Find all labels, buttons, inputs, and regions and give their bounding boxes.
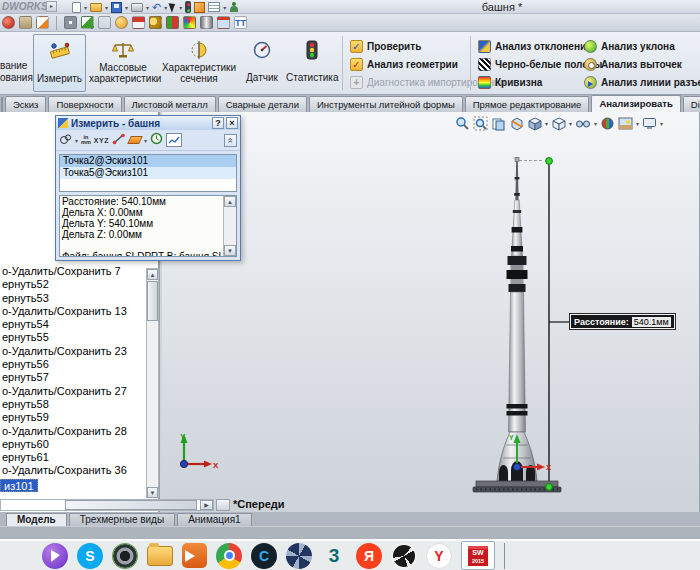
tree-item[interactable]: ернуть56 [0,358,146,371]
graphics-viewport[interactable] [162,112,700,512]
tree-item[interactable]: о-Удалить/Сохранить 13 [0,305,146,318]
vertex-marker[interactable] [515,158,519,162]
scroll-down-icon[interactable]: ▼ [147,487,158,498]
measure-results-box[interactable]: Расстояние: 540.10мм Дельта X: 0.00мм Де… [59,195,237,257]
chevron-down-icon[interactable]: ▾ [179,4,182,11]
curvature-item[interactable]: Кривизна [478,76,542,89]
table-icon[interactable] [217,16,230,29]
parting-line-analysis-item[interactable]: Анализ линии разъема [584,76,700,89]
sensor-button[interactable]: Датчик [240,34,284,92]
new-document-icon[interactable] [72,2,81,13]
statistics-button[interactable]: Статистика [286,34,338,92]
tree-item[interactable]: ернуть52 [0,278,146,291]
tab-sheet-metal[interactable]: Листовой металл [124,96,216,112]
measure-dialog[interactable]: Измерить - башня ? × ▾ inmm XYZ ▾ » Точк… [55,115,241,261]
undo-icon[interactable]: ↶ [152,2,161,13]
yandex-icon[interactable]: Я [356,543,382,569]
zoom-fit-icon[interactable] [455,116,470,131]
zoom-area-icon[interactable] [473,116,488,131]
distance-callout[interactable]: Расстояние: 540.1мм [570,314,675,329]
tree-item[interactable]: ернуть61 [0,451,146,464]
collapse-button[interactable]: » [224,134,237,147]
clipboard-icon[interactable] [19,16,32,29]
section-properties-button[interactable]: Характеристики сечения [160,34,238,92]
scroll-up-icon[interactable]: ▲ [147,269,158,280]
measure-selection-list[interactable]: Точка2@Эскиз101 Точка5@Эскиз101 [59,154,237,192]
molecule-icon[interactable] [98,16,111,29]
tab-weldments[interactable]: Сварные детали [218,96,307,112]
results-scrollbar[interactable]: ▲ ▼ [223,196,236,256]
measure-point-bottom[interactable] [546,484,553,491]
draft-analysis-item[interactable]: Анализ уклона [584,40,675,53]
check-item-geometry-analysis[interactable]: ✓ Анализ геометрии [350,58,458,71]
3dsmax-icon[interactable]: 3 [321,543,347,569]
units-icon[interactable]: inmm [81,135,91,145]
logo-expand-button[interactable]: ▸ [46,1,57,12]
rainbow-cube-icon[interactable] [183,16,196,29]
open-icon[interactable] [90,3,102,12]
tree-item[interactable]: ернуть58 [0,398,146,411]
solidworks-taskbar-icon[interactable]: SW2015 [461,541,495,570]
tree-item[interactable]: ернуть59 [0,411,146,424]
tab-model[interactable]: Модель [6,513,67,526]
chevron-down-icon[interactable]: ▾ [125,4,128,11]
yandex-alice-icon[interactable] [42,543,68,569]
measure-history-icon[interactable] [150,131,163,149]
tab-evaluate[interactable]: Анализировать [591,95,680,112]
close-button[interactable]: × [226,117,238,129]
screw-icon[interactable] [200,16,213,29]
tab-3d-views[interactable]: Трехмерные виды [69,513,175,526]
view-settings-icon[interactable] [642,116,657,131]
pane-splitter-box[interactable] [216,499,230,511]
file-properties-icon[interactable] [194,2,205,13]
checkbox-checked-icon[interactable]: ✓ [350,40,363,53]
clipped-tab[interactable] [1,97,3,112]
measure-point-top[interactable] [546,158,553,165]
tree-item[interactable]: ернуть55 [0,331,146,344]
tab-surfaces[interactable]: Поверхности [48,96,121,112]
tab-sketch[interactable]: Эскиз [5,96,46,112]
red-sphere-icon[interactable] [2,16,15,29]
gear-icon[interactable] [64,16,77,29]
tree-item[interactable]: ернуть54 [0,318,146,331]
callout-value[interactable]: 540.1мм [632,317,671,327]
apply-scene-icon[interactable] [618,116,633,131]
tab-direct-editing[interactable]: Прямое редактирование [465,96,590,112]
tower-model[interactable]: Y X [440,140,570,500]
chevron-down-icon[interactable]: ▾ [636,120,639,127]
print-icon[interactable] [131,3,143,12]
chrome-icon[interactable] [216,543,242,569]
edit-appearance-icon[interactable] [600,116,615,131]
checkbox-checked-icon[interactable]: ✓ [350,58,363,71]
scroll-down-icon[interactable]: ▼ [224,245,236,256]
tree-item[interactable]: о-Удалить/Сохранить 36 [0,464,146,477]
mass-properties-button[interactable]: Массовые характеристики [89,34,157,92]
scrollbar-thumb[interactable] [65,500,197,510]
projection-plane-icon[interactable] [127,136,143,144]
rebuild-traffic-light-icon[interactable] [185,1,191,13]
tab-mold-tools[interactable]: Инструменты литейной формы [309,96,463,112]
ccleaner-icon[interactable]: C [251,543,277,569]
aperture-blue-icon[interactable] [286,543,312,569]
scrollbar-thumb[interactable] [147,281,158,321]
chevron-down-icon[interactable]: ▾ [75,137,78,144]
help-person-icon[interactable] [229,2,239,13]
measure-button[interactable]: Измерить [33,34,86,92]
chevron-down-icon[interactable]: ▾ [223,4,226,11]
select-cursor-icon[interactable] [169,1,178,12]
tab-animation[interactable]: Анимация1 [177,513,252,526]
arc-measure-icon[interactable] [59,131,72,149]
chevron-down-icon[interactable]: ▾ [660,120,663,127]
tree-item[interactable]: о-Удалить/Сохранить 7 [0,265,146,278]
tree-item[interactable]: ернуть57 [0,371,146,384]
green-arrow-icon[interactable] [81,16,94,29]
chevron-down-icon[interactable]: ▾ [105,4,108,11]
tree-scrollbar-vertical[interactable]: ▲ ▼ [146,268,159,498]
tree-item[interactable]: о-Удалить/Сохранить 23 [0,345,146,358]
chevron-down-icon[interactable]: ▾ [594,120,597,127]
measurement-chart-icon[interactable] [166,133,182,147]
section-view-icon[interactable] [509,116,524,131]
chevron-down-icon[interactable]: ▾ [144,137,147,144]
chevron-down-icon[interactable]: ▾ [164,4,167,11]
deviation-analysis-item[interactable]: Анализ отклонения [478,40,592,53]
